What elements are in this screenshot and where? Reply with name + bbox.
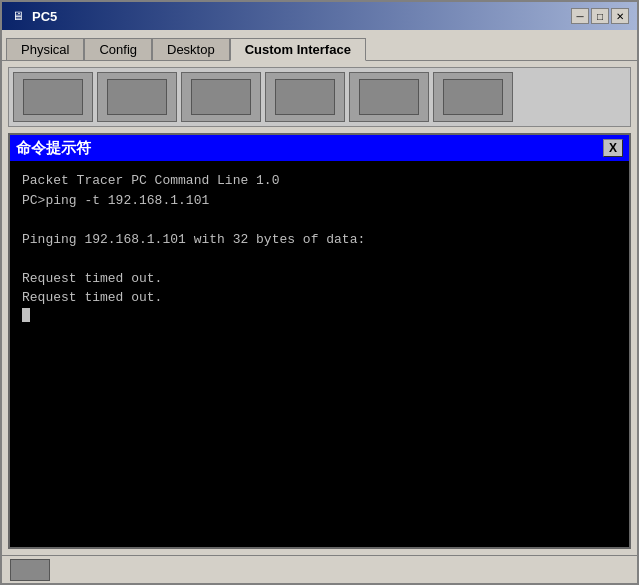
cmd-line-2 bbox=[22, 210, 617, 230]
window-title: PC5 bbox=[32, 9, 57, 24]
cmd-close-button[interactable]: X bbox=[603, 139, 623, 157]
cmd-line-6: Request timed out. bbox=[22, 288, 617, 308]
thumb-inner-1 bbox=[23, 79, 83, 115]
close-button[interactable]: ✕ bbox=[611, 8, 629, 24]
cmd-line-0: Packet Tracer PC Command Line 1.0 bbox=[22, 171, 617, 191]
thumb-inner-4 bbox=[275, 79, 335, 115]
title-buttons: ─ □ ✕ bbox=[571, 8, 629, 24]
title-bar-left: 🖥 PC5 bbox=[10, 8, 57, 24]
device-strip bbox=[8, 67, 631, 127]
thumb-inner-5 bbox=[359, 79, 419, 115]
main-window: 🖥 PC5 ─ □ ✕ Physical Config Desktop Cust… bbox=[0, 0, 639, 585]
cmd-body[interactable]: Packet Tracer PC Command Line 1.0 PC>pin… bbox=[10, 161, 629, 547]
content-area: 命令提示符 X Packet Tracer PC Command Line 1.… bbox=[2, 60, 637, 555]
cmd-title-bar: 命令提示符 X bbox=[10, 135, 629, 161]
tab-desktop[interactable]: Desktop bbox=[152, 38, 230, 61]
tab-bar: Physical Config Desktop Custom Interface bbox=[2, 30, 637, 60]
device-thumb-3 bbox=[181, 72, 261, 122]
cmd-line-4 bbox=[22, 249, 617, 269]
cmd-cursor-line bbox=[22, 308, 617, 322]
cmd-window: 命令提示符 X Packet Tracer PC Command Line 1.… bbox=[8, 133, 631, 549]
thumb-inner-3 bbox=[191, 79, 251, 115]
tab-custom-interface[interactable]: Custom Interface bbox=[230, 38, 366, 61]
window-icon: 🖥 bbox=[10, 8, 26, 24]
tab-physical[interactable]: Physical bbox=[6, 38, 84, 61]
thumb-inner-6 bbox=[443, 79, 503, 115]
cmd-line-5: Request timed out. bbox=[22, 269, 617, 289]
cmd-cursor bbox=[22, 308, 30, 322]
device-thumb-2 bbox=[97, 72, 177, 122]
device-thumb-5 bbox=[349, 72, 429, 122]
tab-config[interactable]: Config bbox=[84, 38, 152, 61]
thumb-inner-2 bbox=[107, 79, 167, 115]
device-thumb-4 bbox=[265, 72, 345, 122]
minimize-button[interactable]: ─ bbox=[571, 8, 589, 24]
cmd-line-1: PC>ping -t 192.168.1.101 bbox=[22, 191, 617, 211]
maximize-button[interactable]: □ bbox=[591, 8, 609, 24]
device-thumb-1 bbox=[13, 72, 93, 122]
bottom-bar bbox=[2, 555, 637, 583]
cmd-line-3: Pinging 192.168.1.101 with 32 bytes of d… bbox=[22, 230, 617, 250]
title-bar: 🖥 PC5 ─ □ ✕ bbox=[2, 2, 637, 30]
bottom-icon bbox=[10, 559, 50, 581]
cmd-title: 命令提示符 bbox=[16, 139, 91, 158]
device-thumb-6 bbox=[433, 72, 513, 122]
